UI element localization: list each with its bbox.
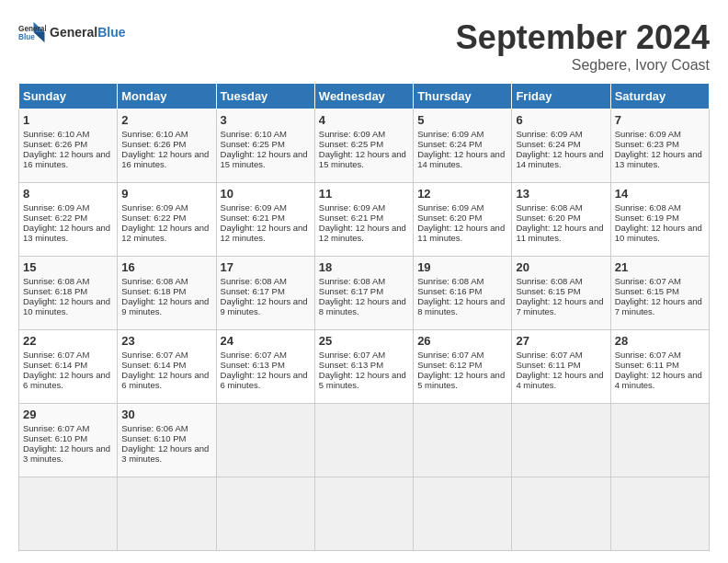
calendar-week-1: 1 Sunrise: 6:10 AM Sunset: 6:26 PM Dayli… [19,109,710,183]
sunset-label-21: Sunset: 6:15 PM [615,286,679,296]
daylight-label-15: Daylight: 12 hours and 10 minutes. [23,296,110,316]
sunrise-label-27: Sunrise: 6:07 AM [516,350,582,360]
daylight-label-9: Daylight: 12 hours and 12 minutes. [121,223,209,243]
daylight-label-24: Daylight: 12 hours and 6 minutes. [221,370,308,390]
day-number-22: 22 [23,334,113,348]
day-number-6: 6 [516,113,606,127]
day-number-25: 25 [319,334,409,348]
day-cell-25: 25 Sunrise: 6:07 AM Sunset: 6:13 PM Dayl… [314,330,413,404]
sunrise-label-13: Sunrise: 6:08 AM [516,202,582,213]
sunrise-label-4: Sunrise: 6:09 AM [319,129,385,139]
day-number-2: 2 [121,113,211,127]
empty-cell [19,477,118,551]
sunset-label-28: Sunset: 6:11 PM [615,360,679,370]
sunset-label-30: Sunset: 6:10 PM [121,433,186,443]
col-monday: Monday [118,84,216,109]
sunrise-label-5: Sunrise: 6:09 AM [417,129,483,139]
day-number-12: 12 [417,187,507,201]
daylight-label-25: Daylight: 12 hours and 5 minutes. [319,370,406,390]
day-number-24: 24 [221,334,311,348]
daylight-label-10: Daylight: 12 hours and 12 minutes. [221,223,308,243]
empty-cell [610,404,709,477]
day-number-16: 16 [121,260,211,274]
logo: General Blue GeneralBlue [18,18,125,46]
day-cell-1: 1 Sunrise: 6:10 AM Sunset: 6:26 PM Dayli… [19,109,118,183]
daylight-label-2: Daylight: 12 hours and 16 minutes. [121,149,209,169]
day-number-20: 20 [516,260,606,274]
sunset-label-19: Sunset: 6:16 PM [417,286,482,296]
day-cell-17: 17 Sunrise: 6:08 AM Sunset: 6:17 PM Dayl… [216,257,314,330]
daylight-label-23: Daylight: 12 hours and 6 minutes. [121,370,209,390]
sunrise-label-24: Sunrise: 6:07 AM [221,350,287,360]
day-cell-29: 29 Sunrise: 6:07 AM Sunset: 6:10 PM Dayl… [19,404,118,477]
sunrise-label-11: Sunrise: 6:09 AM [319,202,385,213]
calendar-week-3: 15 Sunrise: 6:08 AM Sunset: 6:18 PM Dayl… [19,257,710,330]
empty-cell [414,404,512,477]
calendar-week-5: 29 Sunrise: 6:07 AM Sunset: 6:10 PM Dayl… [19,404,710,477]
sunset-label-22: Sunset: 6:14 PM [23,360,87,370]
sunrise-label-9: Sunrise: 6:09 AM [121,202,188,213]
sunset-label-13: Sunset: 6:20 PM [516,213,580,223]
empty-cell [216,404,314,477]
day-number-26: 26 [417,334,507,348]
sunrise-label-3: Sunrise: 6:10 AM [221,129,287,139]
sunset-label-3: Sunset: 6:25 PM [221,139,285,149]
sunset-label-25: Sunset: 6:13 PM [319,360,383,370]
day-cell-13: 13 Sunrise: 6:08 AM Sunset: 6:20 PM Dayl… [512,183,610,257]
day-number-27: 27 [516,334,606,348]
sunset-label-12: Sunset: 6:20 PM [417,213,482,223]
day-cell-19: 19 Sunrise: 6:08 AM Sunset: 6:16 PM Dayl… [414,257,512,330]
day-number-15: 15 [23,260,113,274]
day-number-19: 19 [417,260,507,274]
sunrise-label-30: Sunrise: 6:06 AM [121,423,188,433]
sunrise-label-23: Sunrise: 6:07 AM [121,350,188,360]
daylight-label-16: Daylight: 12 hours and 9 minutes. [121,296,209,316]
day-cell-20: 20 Sunrise: 6:08 AM Sunset: 6:15 PM Dayl… [512,257,610,330]
sunset-label-7: Sunset: 6:23 PM [615,139,679,149]
svg-marker-1 [34,32,45,42]
page-header: General Blue GeneralBlue September 2024 … [18,18,710,74]
sunrise-label-10: Sunrise: 6:09 AM [221,202,287,213]
sunrise-label-2: Sunrise: 6:10 AM [121,129,188,139]
day-cell-24: 24 Sunrise: 6:07 AM Sunset: 6:13 PM Dayl… [216,330,314,404]
sunset-label-2: Sunset: 6:26 PM [121,139,186,149]
day-cell-15: 15 Sunrise: 6:08 AM Sunset: 6:18 PM Dayl… [19,257,118,330]
day-number-18: 18 [319,260,409,274]
day-cell-26: 26 Sunrise: 6:07 AM Sunset: 6:12 PM Dayl… [414,330,512,404]
empty-cell [314,477,413,551]
daylight-label-12: Daylight: 12 hours and 11 minutes. [417,223,505,243]
empty-cell [414,477,512,551]
daylight-label-1: Daylight: 12 hours and 16 minutes. [23,149,110,169]
sunset-label-20: Sunset: 6:15 PM [516,286,580,296]
day-cell-30: 30 Sunrise: 6:06 AM Sunset: 6:10 PM Dayl… [118,404,216,477]
daylight-label-14: Daylight: 12 hours and 10 minutes. [615,223,702,243]
daylight-label-6: Daylight: 12 hours and 14 minutes. [516,149,603,169]
sunset-label-27: Sunset: 6:11 PM [516,360,580,370]
sunset-label-17: Sunset: 6:17 PM [221,286,285,296]
sunset-label-23: Sunset: 6:14 PM [121,360,186,370]
sunset-label-11: Sunset: 6:21 PM [319,213,383,223]
day-number-21: 21 [615,260,705,274]
daylight-label-22: Daylight: 12 hours and 6 minutes. [23,370,110,390]
day-number-28: 28 [615,334,705,348]
col-wednesday: Wednesday [314,84,413,109]
sunrise-label-28: Sunrise: 6:07 AM [615,350,681,360]
calendar-week-4: 22 Sunrise: 6:07 AM Sunset: 6:14 PM Dayl… [19,330,710,404]
daylight-label-13: Daylight: 12 hours and 11 minutes. [516,223,603,243]
day-cell-9: 9 Sunrise: 6:09 AM Sunset: 6:22 PM Dayli… [118,183,216,257]
sunrise-label-26: Sunrise: 6:07 AM [417,350,483,360]
sunrise-label-17: Sunrise: 6:08 AM [221,276,287,286]
sunset-label-10: Sunset: 6:21 PM [221,213,285,223]
day-cell-28: 28 Sunrise: 6:07 AM Sunset: 6:11 PM Dayl… [610,330,709,404]
sunrise-label-14: Sunrise: 6:08 AM [615,202,681,213]
title-block: September 2024 Segbere, Ivory Coast [456,18,710,74]
col-tuesday: Tuesday [216,84,314,109]
empty-cell [512,477,610,551]
day-cell-18: 18 Sunrise: 6:08 AM Sunset: 6:17 PM Dayl… [314,257,413,330]
day-number-14: 14 [615,187,705,201]
sunrise-label-18: Sunrise: 6:08 AM [319,276,385,286]
day-cell-21: 21 Sunrise: 6:07 AM Sunset: 6:15 PM Dayl… [610,257,709,330]
day-cell-8: 8 Sunrise: 6:09 AM Sunset: 6:22 PM Dayli… [19,183,118,257]
sunrise-label-19: Sunrise: 6:08 AM [417,276,483,286]
sunset-label-24: Sunset: 6:13 PM [221,360,285,370]
